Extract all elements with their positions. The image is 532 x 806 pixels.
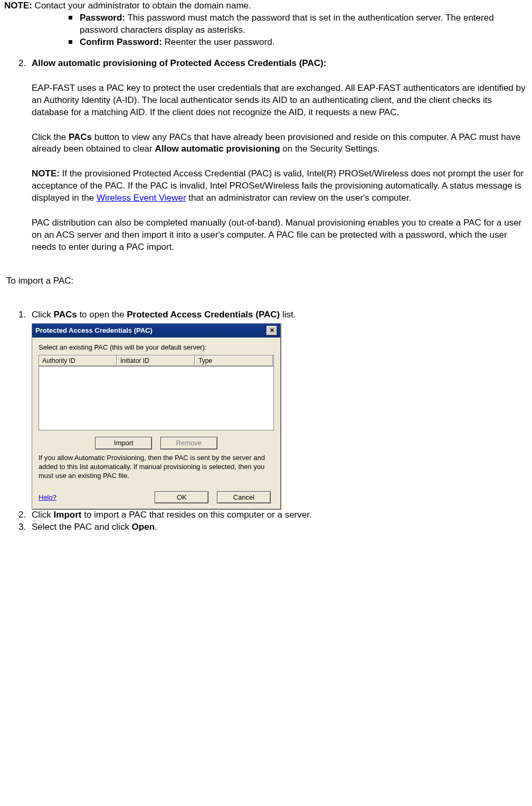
footer-buttons: OK Cancel [151,491,274,504]
col-authority-id[interactable]: Authority ID [39,355,117,366]
note-domain: NOTE: Contact your administrator to obta… [4,0,528,12]
dialog-button-row: Import Remove [39,437,274,449]
dialog-footer: Help? OK Cancel [32,487,280,509]
dialog-titlebar: Protected Access Credentials (PAC) ✕ [32,324,280,338]
s1-pre: Click [32,310,54,320]
s1-b1: PACs [54,310,77,320]
document-page: NOTE: Contact your administrator to obta… [0,0,532,553]
square-bullet-icon [69,16,72,20]
import-steps-list: Click PACs to open the Protected Access … [11,309,528,533]
s1-mid: to open the [77,310,127,320]
wireless-event-viewer-link[interactable]: Wireless Event Viewer [97,193,186,203]
note-label: NOTE: [4,1,32,11]
confirm-password-bullet-row: Confirm Password: Reenter the user passw… [80,36,528,49]
square-bullet-icon [69,40,72,44]
import-button[interactable]: Import [95,437,152,449]
close-icon[interactable]: ✕ [267,326,277,335]
item2-p2: Click the PACs button to view any PACs t… [32,132,528,156]
pac-dialog: Protected Access Credentials (PAC) ✕ Sel… [32,323,281,509]
item2-note-b: that an administrator can review on the … [186,193,412,203]
import-step-1: Click PACs to open the Protected Access … [28,309,528,509]
note-domain-text: Contact your administrator to obtain the… [32,1,251,11]
item2-p2-pre: Click the [32,132,69,142]
password-label: Password: [80,13,125,23]
col-type[interactable]: Type [195,355,273,366]
help-link[interactable]: Help? [39,493,56,502]
item2-p2-post: on the Security Settings. [280,144,380,154]
dialog-title: Protected Access Credentials (PAC) [35,326,153,335]
item2-heading: Allow automatic provisioning of Protecte… [32,58,528,70]
s1-post: list. [280,310,296,320]
password-bullet-row: Password: This password must match the p… [80,12,528,36]
pac-list-header: Authority ID Initiator ID Type [39,355,274,367]
item2-p2-b2: Allow automatic provisioning [155,144,280,154]
s3-post: . [155,522,157,532]
import-step-2: Click Import to import a PAC that reside… [28,509,528,521]
confirm-password-label: Confirm Password: [80,37,162,47]
s2-pre: Click [32,510,54,520]
dialog-body: Select an existing PAC (this will be you… [32,338,280,487]
cancel-button[interactable]: Cancel [217,491,271,504]
s2-b1: Import [54,510,82,520]
remove-button: Remove [160,437,217,449]
dialog-note: If you allow Automatic Provisioning, the… [39,454,274,481]
import-step-3: Select the PAC and click Open. [28,521,528,533]
main-ordered-list: Allow automatic provisioning of Protecte… [11,58,528,254]
item2-heading-text: Allow automatic provisioning of Protecte… [32,58,326,68]
ok-button[interactable]: OK [155,491,208,504]
item2-p4: PAC distribution can also be completed m… [32,217,528,254]
item2-p2-b1: PACs [69,132,92,142]
s2-post: to import a PAC that resides on this com… [81,510,311,520]
item2-note-label: NOTE: [32,168,60,179]
item2-note: NOTE: If the provisioned Protected Acces… [32,168,528,204]
import-step-1-text: Click PACs to open the Protected Access … [32,309,528,321]
col-initiator-id[interactable]: Initiator ID [117,355,195,366]
import-heading: To import a PAC: [6,275,528,287]
password-text: This password must match the password th… [80,13,494,35]
item2-p1: EAP-FAST uses a PAC key to protect the u… [32,82,528,119]
confirm-password-text: Reenter the user password. [162,37,275,47]
s3-pre: Select the PAC and click [32,522,132,532]
s3-b1: Open [132,522,155,532]
pac-list-area[interactable] [39,367,274,430]
s1-b2: Protected Access Credentials (PAC) [127,310,280,320]
dialog-select-label: Select an existing PAC (this will be you… [39,343,274,352]
list-item-2: Allow automatic provisioning of Protecte… [28,58,528,254]
